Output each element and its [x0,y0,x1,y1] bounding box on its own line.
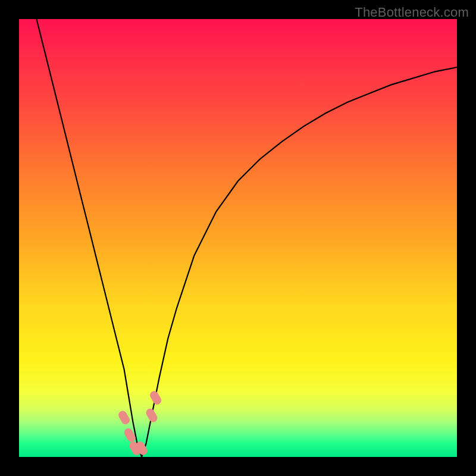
curve-svg [19,19,457,457]
marker-group [117,390,163,456]
plot-area [19,19,457,457]
marker-dot [117,409,131,426]
watermark-label: TheBottleneck.com [355,5,469,20]
bottleneck-curve [36,19,457,457]
marker-dot [145,407,159,424]
chart-frame: TheBottleneck.com [0,0,476,476]
marker-dot [149,390,163,406]
